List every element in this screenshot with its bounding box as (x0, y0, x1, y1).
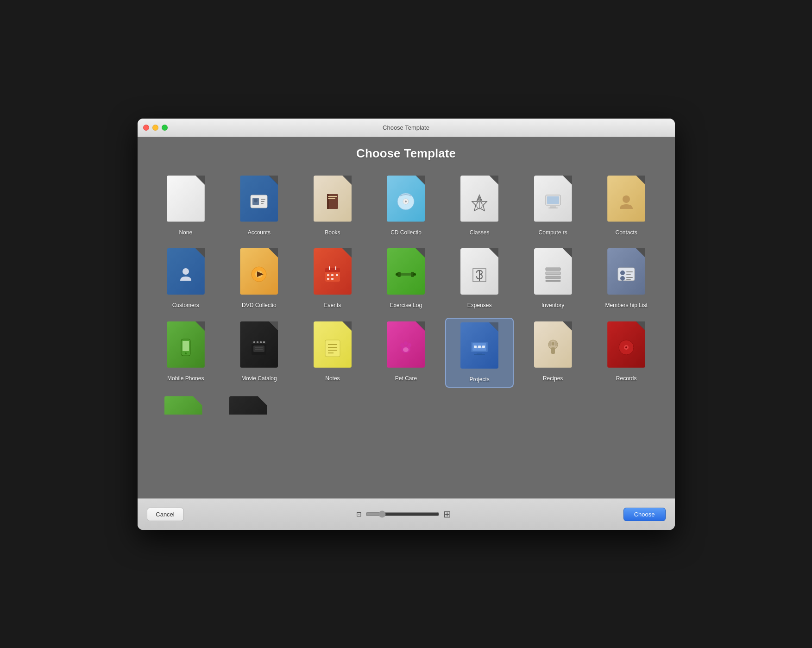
template-label-projects: Projects (469, 376, 489, 384)
svg-rect-3 (261, 199, 265, 200)
svg-rect-38 (413, 273, 416, 276)
template-label-contacts: Contacts (616, 229, 637, 237)
template-item-books[interactable]: Books (298, 172, 367, 240)
template-icon-inventory (530, 248, 576, 299)
template-item-accounts[interactable]: Accounts (225, 172, 294, 240)
svg-point-71 (403, 347, 409, 352)
svg-rect-46 (626, 274, 631, 275)
template-item-contacts[interactable]: Contacts (592, 172, 661, 240)
template-icon-pet-care (383, 321, 429, 372)
template-label-customers: Customers (172, 302, 199, 309)
template-icon-contacts (603, 176, 649, 226)
svg-rect-29 (327, 274, 329, 276)
svg-rect-51 (183, 341, 189, 351)
template-item-computers[interactable]: Compute rs (518, 172, 587, 240)
svg-point-68 (400, 343, 404, 347)
template-icon-cd-collection (383, 176, 429, 226)
svg-rect-57 (260, 341, 262, 343)
template-icon-exercise-log (383, 248, 429, 299)
template-item-exercise-log[interactable]: Exercise Log (371, 245, 441, 313)
slider-small-icon: ⊡ (356, 510, 362, 518)
traffic-lights (143, 125, 168, 131)
svg-rect-40 (546, 272, 560, 275)
close-button[interactable] (143, 125, 149, 131)
template-item-cd-collection[interactable]: CD Collectio (371, 172, 441, 240)
template-icon-movie-catalog (236, 321, 282, 372)
content-area: Choose Template NoneAccountsBooksCD Coll… (138, 137, 675, 498)
svg-rect-16 (547, 196, 559, 204)
title-bar: Choose Template (138, 119, 675, 137)
template-item-mobile-phones[interactable]: Mobile Phones (151, 318, 220, 388)
template-label-notes: Notes (325, 375, 340, 383)
svg-rect-42 (546, 280, 560, 282)
template-icon-customers (163, 248, 209, 299)
template-icon-none (163, 176, 209, 226)
partial-template-partial1[interactable] (153, 392, 214, 418)
template-item-notes[interactable]: Notes (298, 318, 367, 388)
minimize-button[interactable] (152, 125, 158, 131)
template-label-mobile-phones: Mobile Phones (167, 375, 204, 383)
template-icon-accounts (236, 176, 282, 226)
template-item-records[interactable]: Records (592, 318, 661, 388)
template-label-cd-collection: CD Collectio (390, 229, 422, 237)
svg-rect-82 (551, 347, 555, 354)
cancel-button[interactable]: Cancel (147, 508, 184, 521)
svg-rect-17 (550, 206, 556, 208)
svg-rect-18 (548, 208, 558, 208)
svg-rect-58 (263, 341, 265, 343)
template-icon-books (309, 176, 356, 226)
template-item-customers[interactable]: Customers (151, 245, 220, 313)
template-item-inventory[interactable]: Inventory (518, 245, 587, 313)
svg-rect-37 (396, 273, 398, 276)
template-item-membership-list[interactable]: Members hip List (592, 245, 661, 313)
template-label-classes: Classes (470, 229, 490, 237)
svg-rect-33 (331, 278, 334, 280)
svg-point-69 (408, 343, 411, 347)
svg-point-47 (620, 276, 625, 281)
bottom-bar: Cancel ⊡ ⊞ Choose (138, 498, 675, 530)
template-label-accounts: Accounts (248, 229, 271, 237)
page-title: Choose Template (151, 146, 661, 161)
svg-point-20 (183, 268, 189, 275)
svg-rect-45 (626, 271, 633, 272)
choose-button[interactable]: Choose (623, 508, 666, 521)
template-item-recipes[interactable]: Recipes (518, 318, 587, 388)
svg-rect-62 (325, 340, 340, 357)
svg-rect-49 (626, 279, 631, 280)
template-item-projects[interactable]: Projects (445, 318, 514, 388)
svg-rect-5 (261, 203, 264, 204)
template-label-recipes: Recipes (543, 375, 563, 383)
svg-rect-59 (253, 346, 264, 352)
size-slider[interactable] (365, 510, 440, 518)
svg-rect-48 (626, 277, 633, 278)
template-label-expenses: Expenses (467, 302, 492, 309)
partial-template-partial2[interactable] (218, 392, 278, 418)
template-label-dvd-collection: DVD Collectio (242, 302, 277, 309)
template-label-books: Books (325, 229, 340, 237)
svg-point-19 (623, 195, 630, 203)
template-icon-notes (309, 321, 356, 372)
template-item-classes[interactable]: Classes (445, 172, 514, 240)
svg-point-84 (554, 341, 557, 346)
svg-rect-75 (474, 354, 485, 355)
template-item-pet-care[interactable]: Pet Care (371, 318, 441, 388)
template-item-dvd-collection[interactable]: DVD Collectio (225, 245, 294, 313)
template-item-movie-catalog[interactable]: Movie Catalog (225, 318, 294, 388)
svg-point-2 (254, 199, 258, 202)
svg-rect-30 (331, 274, 334, 276)
template-icon-classes (456, 176, 503, 226)
template-item-events[interactable]: Events (298, 245, 367, 313)
svg-point-83 (549, 341, 552, 346)
maximize-button[interactable] (162, 125, 168, 131)
template-icon-dvd-collection (236, 248, 282, 299)
main-window: Choose Template Choose Template NoneAcco… (138, 119, 675, 530)
size-slider-container: ⊡ ⊞ (356, 509, 451, 520)
template-item-expenses[interactable]: Expenses (445, 245, 514, 313)
svg-rect-9 (328, 198, 335, 199)
template-item-none[interactable]: None (151, 172, 220, 240)
svg-point-44 (620, 271, 625, 275)
svg-rect-4 (261, 201, 264, 202)
template-icon-projects (456, 322, 503, 373)
svg-rect-56 (257, 341, 258, 343)
template-icon-membership-list (603, 248, 649, 299)
